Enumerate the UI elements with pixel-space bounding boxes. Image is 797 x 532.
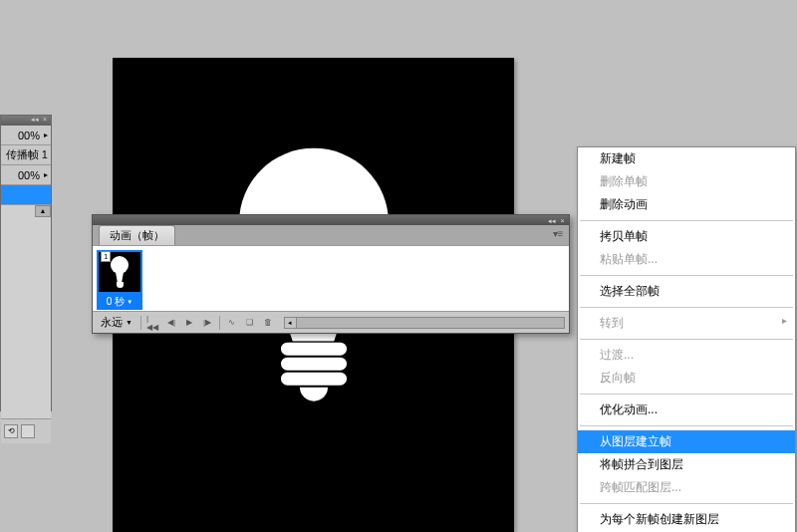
loop-options-button[interactable]: 永远 ▼ [97, 314, 136, 331]
menu-separator [580, 275, 793, 276]
frame-delay-dropdown-icon: ▼ [127, 299, 133, 305]
panel-close-icon[interactable]: × [41, 117, 49, 125]
menu-separator [580, 220, 793, 221]
menu-item[interactable]: 优化动画... [578, 399, 795, 421]
loop-label: 永远 [101, 315, 123, 330]
frame-thumbnail-icon [111, 256, 129, 290]
link-icon[interactable]: ⟲ [4, 424, 18, 438]
menu-item[interactable]: 从图层建立帧 [578, 430, 795, 453]
menu-item[interactable]: 选择全部帧 [578, 280, 795, 303]
prev-frame-button[interactable]: ◀| [163, 316, 179, 330]
next-frame-button[interactable]: |▶ [199, 316, 215, 330]
menu-item[interactable]: 新建帧 [578, 147, 795, 170]
menu-item: 删除单帧 [578, 170, 795, 193]
frame-thumb-1[interactable]: 1 0 秒 ▼ [97, 250, 142, 310]
frame-delay-button[interactable]: 0 秒 ▼ [97, 294, 142, 310]
tab-animation-label: 动画（帧） [110, 229, 164, 241]
menu-item-label: 将帧拼合到图层 [600, 457, 683, 471]
opacity-value: 00% [18, 130, 40, 141]
duplicate-frame-button[interactable]: ❏ [242, 316, 258, 330]
fx-icon[interactable] [21, 424, 35, 438]
menu-item: 过渡... [578, 344, 795, 367]
menu-item: 跨帧匹配图层... [578, 476, 795, 499]
left-panel: ◂◂ × 00% ▸ 传播帧 1 00% ▸ ▲ ⟲ [0, 115, 52, 411]
menu-separator [580, 307, 793, 308]
menu-item-label: 过渡... [600, 348, 634, 362]
left-panel-row-1[interactable]: 00% ▸ [1, 126, 51, 145]
panel-collapse-icon[interactable]: ◂◂ [31, 117, 39, 125]
menu-item-label: 转到 [600, 316, 624, 330]
left-panel-row-3[interactable]: 00% ▸ [1, 165, 51, 185]
frame-delay-label: 0 秒 [107, 295, 125, 309]
menu-item-label: 新建帧 [600, 151, 636, 165]
animation-tabbar: 动画（帧） ▾≡ [93, 225, 569, 245]
play-button[interactable]: ▶ [181, 316, 197, 330]
panel-close-icon[interactable]: × [558, 217, 567, 224]
menu-item-label: 优化动画... [600, 402, 658, 416]
menu-item-label: 删除动画 [600, 197, 648, 211]
first-frame-button[interactable]: |◀◀ [145, 316, 161, 330]
menu-item: 粘贴单帧... [578, 248, 795, 271]
menu-item-label: 删除单帧 [600, 174, 648, 188]
menu-item-label: 为每个新帧创建新图层 [600, 512, 719, 526]
menu-item-label: 选择全部帧 [600, 284, 660, 298]
menu-item-label: 反向帧 [600, 371, 636, 385]
menu-item[interactable]: 将帧拼合到图层 [578, 453, 795, 476]
menu-separator [580, 339, 793, 340]
tween-button[interactable]: ∿ [224, 316, 240, 330]
opacity-flyout-icon[interactable]: ▸ [44, 131, 48, 139]
animation-panel-header[interactable]: ◂◂ × [93, 215, 569, 225]
animation-frames-area[interactable]: 1 0 秒 ▼ [93, 245, 569, 311]
tab-animation-frames[interactable]: 动画（帧） [99, 225, 175, 245]
fill-value: 00% [18, 169, 40, 181]
menu-item[interactable]: 为每个新帧创建新图层 [578, 508, 795, 531]
fill-flyout-icon[interactable]: ▸ [44, 170, 48, 179]
propagate-frame-label: 传播帧 1 [6, 147, 48, 162]
menu-separator [580, 425, 793, 426]
panel-collapse-icon[interactable]: ◂◂ [547, 217, 556, 224]
animation-footer: 永远 ▼ |◀◀ ◀| ▶ |▶ ∿ ❏ 🗑 ◂ [93, 311, 569, 333]
left-panel-row-selected[interactable] [1, 185, 51, 205]
menu-item-label: 拷贝单帧 [600, 229, 648, 243]
left-panel-body: ▲ [1, 205, 51, 419]
animation-panel: ◂◂ × 动画（帧） ▾≡ 1 0 秒 ▼ 永远 ▼ |◀◀ ◀ [92, 214, 570, 334]
loop-dropdown-icon: ▼ [126, 319, 133, 326]
menu-item[interactable]: 拷贝单帧 [578, 225, 795, 248]
frames-scrollbar[interactable]: ◂ [284, 317, 565, 329]
separator [140, 316, 141, 330]
panel-context-menu: 新建帧删除单帧删除动画拷贝单帧粘贴单帧...选择全部帧转到过渡...反向帧优化动… [577, 146, 796, 532]
left-panel-footer: ⟲ [1, 419, 51, 443]
menu-item: 转到 [578, 312, 795, 335]
menu-item-label: 粘贴单帧... [600, 252, 658, 266]
left-panel-row-2[interactable]: 传播帧 1 [1, 145, 51, 165]
left-panel-header[interactable]: ◂◂ × [1, 116, 51, 126]
frame-number-label: 1 [101, 251, 111, 262]
menu-item[interactable]: 删除动画 [578, 193, 795, 216]
delete-frame-button[interactable]: 🗑 [260, 316, 276, 330]
menu-item: 反向帧 [578, 367, 795, 390]
menu-item-label: 跨帧匹配图层... [600, 480, 681, 494]
menu-separator [580, 503, 793, 504]
scroll-up-icon[interactable]: ▲ [35, 205, 51, 217]
separator [219, 316, 220, 330]
menu-item-label: 从图层建立帧 [600, 434, 671, 448]
scroll-left-icon[interactable]: ◂ [285, 318, 297, 328]
panel-menu-icon[interactable]: ▾≡ [551, 228, 565, 240]
menu-separator [580, 394, 793, 395]
